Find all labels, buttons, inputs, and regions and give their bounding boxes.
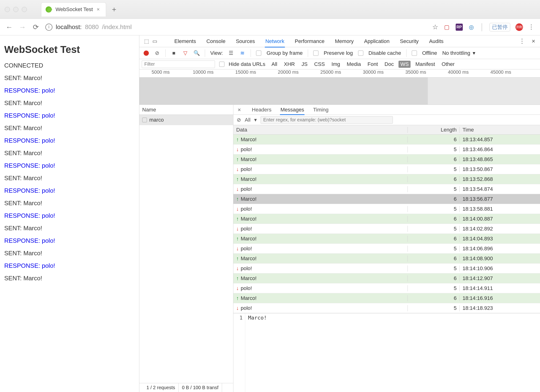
ws-message-row[interactable]: ↑Marco!618:14:00.887 — [233, 214, 540, 224]
ws-message-row[interactable]: ↓polo!518:13:46.864 — [233, 144, 540, 154]
chevron-down-icon[interactable]: ▾ — [254, 117, 257, 123]
close-window-icon[interactable] — [5, 7, 10, 12]
ws-message-row[interactable]: ↑Marco!618:14:16.916 — [233, 293, 540, 303]
timeline-tick: 10000 ms — [182, 69, 225, 77]
offline-checkbox[interactable] — [412, 50, 417, 56]
minimize-window-icon[interactable] — [13, 7, 18, 12]
ws-message-row[interactable]: ↑Marco!618:13:48.865 — [233, 154, 540, 164]
col-data[interactable]: Data — [233, 127, 408, 133]
ws-time: 18:13:48.865 — [460, 156, 540, 163]
devtools-menu-icon[interactable]: ⋮ — [519, 38, 525, 45]
new-tab-button[interactable]: ＋ — [109, 4, 119, 15]
ws-message-row[interactable]: ↓polo!518:13:58.881 — [233, 204, 540, 214]
col-length[interactable]: Length — [408, 127, 460, 133]
type-filter-doc[interactable]: Doc — [383, 61, 396, 68]
type-filter-all[interactable]: All — [270, 61, 279, 68]
type-filter-ws[interactable]: WS — [399, 61, 410, 68]
search-icon[interactable]: 🔍 — [194, 50, 200, 56]
devtools-tab-elements[interactable]: Elements — [174, 36, 196, 47]
devtools-tab-performance[interactable]: Performance — [294, 36, 325, 47]
request-row[interactable]: marco — [139, 115, 233, 125]
record-button[interactable] — [144, 50, 149, 56]
clear-icon[interactable]: ⊘ — [154, 50, 160, 56]
tab-close-icon[interactable]: × — [97, 6, 100, 13]
type-filter-xhr[interactable]: XHR — [282, 61, 297, 68]
waterfall-icon[interactable]: ≋ — [239, 50, 245, 56]
request-checkbox[interactable] — [142, 118, 147, 122]
type-filter-manifest[interactable]: Manifest — [413, 61, 437, 68]
large-rows-icon[interactable]: ☰ — [228, 50, 234, 56]
inspect-icon[interactable]: ⬚ — [144, 38, 149, 45]
ws-message-row[interactable]: ↓polo!518:13:50.867 — [233, 164, 540, 174]
ws-message-row[interactable]: ↑Marco!618:13:56.877 — [233, 194, 540, 204]
preserve-log-checkbox[interactable] — [313, 50, 318, 56]
type-filter-js[interactable]: JS — [300, 61, 310, 68]
ws-message-row[interactable]: ↑Marco!618:13:44.857 — [233, 135, 540, 144]
ext-monitor-icon[interactable]: ▢ — [443, 24, 450, 31]
filter-icon[interactable]: ▽ — [182, 50, 188, 56]
disable-cache-checkbox[interactable] — [358, 50, 363, 56]
ws-data: Marco! — [241, 256, 256, 262]
profile-avatar[interactable]: 洪刚 — [515, 23, 523, 31]
browser-menu-icon[interactable]: ⋮ — [528, 23, 534, 31]
request-name: marco — [149, 117, 164, 123]
col-time[interactable]: Time — [460, 127, 540, 133]
ws-message-row[interactable]: ↓polo!518:14:14.911 — [233, 283, 540, 293]
debugger-paused-badge[interactable]: 已暂停 — [490, 23, 510, 31]
camera-icon[interactable]: ■ — [171, 50, 177, 56]
timeline-tick: 30000 ms — [352, 69, 395, 77]
filter-input[interactable] — [142, 60, 215, 68]
ws-time: 18:14:14.911 — [460, 285, 540, 291]
ws-message-row[interactable]: ↑Marco!618:14:12.907 — [233, 273, 540, 283]
timeline-selection[interactable] — [139, 77, 428, 105]
ws-message-row[interactable]: ↑Marco!618:14:04.893 — [233, 234, 540, 244]
devtools-close-icon[interactable]: × — [532, 38, 535, 45]
detail-tab-messages[interactable]: Messages — [280, 105, 305, 115]
devtools-tab-memory[interactable]: Memory — [335, 36, 354, 47]
throttling-select[interactable]: No throttling ▾ — [442, 50, 475, 56]
back-button[interactable]: ← — [6, 24, 13, 31]
ext-axure-icon[interactable]: RP — [456, 24, 463, 31]
detail-tab-timing[interactable]: Timing — [313, 105, 329, 114]
url-field[interactable]: i localhost:8080/index.html — [45, 23, 422, 31]
ws-message-row[interactable]: ↑Marco!618:14:08.900 — [233, 254, 540, 263]
ws-data: Marco! — [241, 236, 256, 242]
devtools-tab-audits[interactable]: Audits — [429, 36, 444, 47]
ws-time: 18:13:56.877 — [460, 196, 540, 202]
devtools-tab-network[interactable]: Network — [265, 36, 285, 47]
ws-message-row[interactable]: ↑Marco!618:13:52.868 — [233, 174, 540, 184]
type-filter-css[interactable]: CSS — [312, 61, 327, 68]
ws-message-row[interactable]: ↓polo!518:13:54.874 — [233, 184, 540, 194]
preserve-log-label: Preserve log — [324, 50, 353, 56]
ws-message-row[interactable]: ↓polo!518:14:10.906 — [233, 263, 540, 273]
type-filter-media[interactable]: Media — [345, 61, 363, 68]
device-toolbar-icon[interactable]: ▭ — [152, 38, 157, 45]
zoom-window-icon[interactable] — [22, 7, 27, 12]
devtools-tab-sources[interactable]: Sources — [235, 36, 255, 47]
site-info-icon[interactable]: i — [45, 24, 52, 31]
ws-message-row[interactable]: ↓polo!518:14:06.896 — [233, 244, 540, 254]
reload-button[interactable]: ⟳ — [32, 24, 39, 31]
devtools-tab-console[interactable]: Console — [206, 36, 226, 47]
ws-regex-input[interactable] — [260, 116, 393, 124]
ws-message-row[interactable]: ↓polo!518:14:18.923 — [233, 303, 540, 313]
devtools-tab-security[interactable]: Security — [400, 36, 419, 47]
bookmark-icon[interactable]: ☆ — [432, 23, 438, 31]
request-list-header[interactable]: Name — [139, 105, 233, 115]
filter-all-label[interactable]: All — [245, 117, 250, 123]
type-filter-font[interactable]: Font — [366, 61, 380, 68]
hide-data-urls-checkbox[interactable] — [219, 62, 225, 67]
group-frame-checkbox[interactable] — [256, 50, 261, 56]
ext-iris-icon[interactable]: ◎ — [468, 24, 475, 31]
network-timeline[interactable]: 5000 ms10000 ms15000 ms20000 ms25000 ms3… — [139, 69, 540, 105]
detail-tab-headers[interactable]: Headers — [251, 105, 272, 114]
forward-button[interactable]: → — [19, 24, 26, 31]
arrow-up-icon: ↑ — [236, 236, 239, 242]
type-filter-img[interactable]: Img — [330, 61, 342, 68]
type-filter-other[interactable]: Other — [440, 61, 457, 68]
browser-tab[interactable]: WebSocket Test × — [41, 2, 106, 16]
clear-messages-icon[interactable]: ⊘ — [237, 117, 241, 123]
devtools-tab-application[interactable]: Application — [364, 36, 390, 47]
detail-close-icon[interactable]: × — [238, 106, 241, 113]
ws-message-row[interactable]: ↓polo!518:14:02.892 — [233, 224, 540, 234]
